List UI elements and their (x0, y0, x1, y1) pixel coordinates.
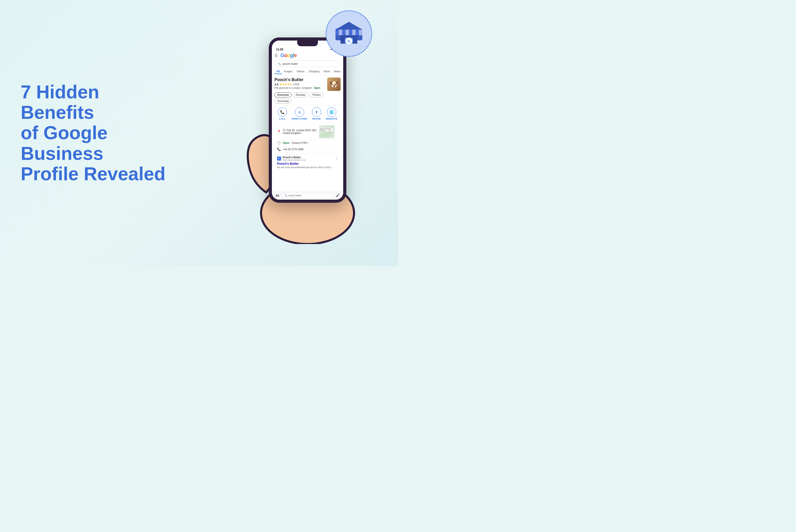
headline-line1: 7 Hidden Benefits (21, 82, 99, 123)
phone-screen: 11:52 ●●● ▲ ▮ ☰ Google (272, 41, 343, 200)
website-meta: Pooch's Butler https://poochsbutler.co.u… (283, 156, 306, 161)
search-icon: 🔍 (278, 62, 281, 65)
phone-notch (297, 41, 318, 46)
pill-reviews[interactable]: Reviews (293, 92, 308, 97)
website-more-options-icon[interactable]: ⋮ (334, 156, 338, 160)
action-buttons: 📞 CALL ◎ DIRECTIONS ⬆ SHARE (275, 105, 340, 122)
pill-grooming[interactable]: Grooming (275, 99, 292, 103)
google-logo-g2: g (290, 53, 293, 58)
right-section: G 11:52 ●●● ▲ ▮ (217, 0, 398, 266)
map-thumbnail[interactable]: 📍 Sherlock Holmes Museum (319, 125, 334, 138)
google-logo-g1: G (280, 53, 284, 58)
microphone-icon[interactable]: 🎤 (336, 194, 339, 197)
category-pills: Overview Reviews Photos Grooming (275, 92, 340, 103)
tab-shopping[interactable]: Shopping (307, 69, 321, 74)
phone-row: 📞 +44 20 3770 9366 (277, 146, 338, 153)
website-result: P Pooch's Butler https://poochsbutler.co… (275, 154, 340, 171)
search-bar[interactable]: 🔍 pooch butler (275, 60, 340, 67)
business-name: Pooch's Butler (275, 77, 320, 82)
tab-news[interactable]: News (321, 69, 332, 74)
share-label: SHARE (312, 117, 321, 120)
address-row: 📍 71 York St, London W1H 1BJ, United Kin… (277, 124, 338, 140)
svg-text:G: G (347, 39, 350, 43)
stars-display: ★★★★★ (279, 83, 292, 86)
directions-icon-circle: ◎ (295, 108, 304, 117)
tab-videos[interactable]: Videos (295, 69, 307, 74)
open-status: Open (283, 141, 290, 144)
pill-overview[interactable]: Overview (275, 92, 292, 97)
map-background: 📍 Sherlock Holmes Museum (319, 125, 334, 138)
share-button[interactable]: ⬆ SHARE (312, 108, 321, 120)
business-card: Pooch's Butler 4.9 ★★★★★ (103) Pet groom… (272, 75, 343, 173)
pill-photos[interactable]: Photos (310, 92, 323, 97)
website-button[interactable]: 🌐 WEBSITE (326, 108, 337, 120)
headline-line2: of Google Business (21, 122, 108, 164)
directions-button[interactable]: ◎ DIRECTIONS (292, 108, 308, 120)
google-logo-o1: o (284, 53, 287, 58)
website-icon-circle: 🌐 (327, 108, 336, 117)
phone-number: +44 20 3770 9366 (283, 148, 304, 151)
call-icon-circle: 📞 (278, 108, 287, 117)
gmb-icon-circle: G (326, 10, 372, 57)
bottom-search-bar[interactable]: 🔍 pooch butler (282, 193, 333, 198)
website-label: WEBSITE (326, 117, 337, 120)
headline-line3: Profile Revealed (21, 164, 165, 184)
left-section: 7 Hidden Benefits of Google Business Pro… (0, 61, 217, 205)
address-text: 71 York St, London W1H 1BJ, United Kingd… (283, 129, 317, 135)
website-name: Pooch's Butler (283, 156, 306, 159)
business-photo: 🐶 (327, 77, 340, 91)
address-line1: 71 York St, London W1H 1BJ, (283, 129, 317, 132)
bottom-bar: AA 🔍 pooch butler 🎤 (272, 191, 343, 200)
website-result-header: P Pooch's Butler https://poochsbutler.co… (277, 156, 338, 161)
hours-row: 🕐 Open · Closes 6 PM ▾ (277, 140, 338, 146)
hours-info: Open · Closes 6 PM ▾ (283, 141, 309, 144)
font-size-button[interactable]: AA (276, 194, 279, 197)
main-headline: 7 Hidden Benefits of Google Business Pro… (21, 82, 170, 184)
call-label: CALL (279, 117, 286, 120)
call-button[interactable]: 📞 CALL (278, 108, 287, 120)
website-info-left: P Pooch's Butler https://poochsbutler.co… (277, 156, 306, 161)
bottom-search-text: pooch butler (289, 194, 301, 197)
search-query-text: pooch butler (282, 62, 298, 65)
google-header: ☰ Google (272, 51, 343, 59)
website-favicon: P (277, 156, 281, 160)
phone-hand-container: 11:52 ●●● ▲ ▮ ☰ Google (245, 32, 370, 244)
gmb-store-icon: G (332, 17, 366, 50)
photo-placeholder: 🐶 (327, 77, 340, 91)
address-line2: United Kingdom (283, 132, 317, 135)
google-logo: Google (280, 53, 297, 58)
review-count: (103) (293, 83, 299, 86)
website-title-link[interactable]: Pooch's Butler (277, 162, 338, 166)
phone-mockup: 11:52 ●●● ▲ ▮ ☰ Google (269, 37, 346, 203)
google-logo-e: e (294, 53, 297, 58)
status-time: 11:52 (276, 48, 283, 51)
page-wrapper: 7 Hidden Benefits of Google Business Pro… (0, 0, 398, 266)
website-snippet: we are a top recommended pet spa for 202… (277, 166, 338, 169)
location-icon: 📍 (277, 130, 281, 134)
bottom-search-icon: 🔍 (284, 194, 288, 197)
dog-photo-emoji: 🐶 (330, 80, 338, 89)
hours-chevron-icon[interactable]: ▾ (308, 142, 309, 144)
business-info-left: Pooch's Butler 4.9 ★★★★★ (103) Pet groom… (275, 77, 320, 89)
open-badge: Open (314, 87, 320, 89)
hamburger-menu-icon[interactable]: ☰ (275, 54, 278, 58)
rating-row: 4.9 ★★★★★ (103) (275, 83, 320, 86)
info-section: 📍 71 York St, London W1H 1BJ, United Kin… (275, 122, 340, 154)
search-tabs: All Images Videos Shopping News Maps (272, 68, 343, 75)
tab-maps[interactable]: Maps (332, 69, 343, 74)
google-logo-o2: o (287, 53, 290, 58)
phone-icon: 📞 (277, 148, 281, 151)
clock-icon: 🕐 (277, 141, 281, 145)
business-category: Pet groomer in London, England · Open (275, 87, 320, 89)
map-label: Sherlock Holmes Museum (319, 128, 333, 131)
hours-detail: · Closes 6 PM (291, 141, 307, 144)
share-icon-circle: ⬆ (312, 108, 321, 117)
business-header: Pooch's Butler 4.9 ★★★★★ (103) Pet groom… (275, 77, 340, 91)
rating-number: 4.9 (275, 83, 278, 86)
svg-marker-8 (335, 22, 362, 30)
directions-label: DIRECTIONS (292, 117, 308, 120)
tab-images[interactable]: Images (282, 69, 295, 74)
website-url: https://poochsbutler.co.uk (283, 159, 306, 161)
tab-all[interactable]: All (275, 69, 282, 74)
